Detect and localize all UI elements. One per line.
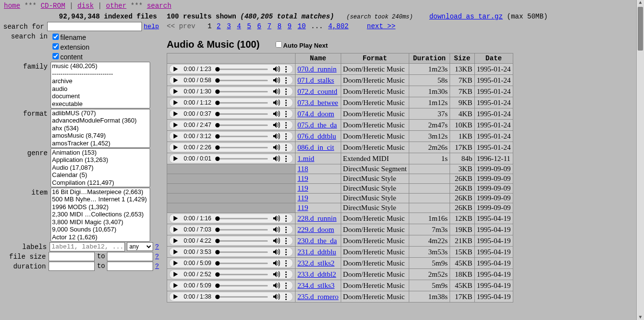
- file-link[interactable]: 234.d_stlks3: [297, 282, 334, 289]
- kebab-icon[interactable]: [283, 122, 289, 128]
- play-icon[interactable]: [174, 283, 178, 288]
- pager-page[interactable]: 5: [247, 22, 251, 30]
- volume-icon[interactable]: [273, 155, 280, 162]
- search-input[interactable]: [47, 22, 142, 31]
- file-link[interactable]: 231.d_ddtblu: [297, 248, 336, 256]
- kebab-icon[interactable]: [283, 144, 289, 151]
- file-link[interactable]: 076.d_ddtblu: [297, 132, 336, 140]
- play-icon[interactable]: [174, 227, 178, 232]
- volume-icon[interactable]: [273, 144, 280, 151]
- kebab-icon[interactable]: [283, 260, 289, 267]
- kebab-icon[interactable]: [283, 111, 289, 117]
- file-link[interactable]: 075.d_the_da: [297, 121, 337, 129]
- audio-player[interactable]: 0:00 / 1:16: [169, 213, 293, 223]
- chk-content[interactable]: [52, 53, 59, 59]
- file-link[interactable]: 118: [297, 165, 308, 173]
- file-link[interactable]: 119: [297, 184, 308, 192]
- file-link[interactable]: 232.d_stlks2: [297, 259, 334, 267]
- volume-icon[interactable]: [273, 271, 280, 278]
- audio-player[interactable]: 0:00 / 5:09: [169, 281, 293, 290]
- audio-player[interactable]: 0:00 / 1:23: [169, 64, 293, 74]
- audio-track[interactable]: [215, 263, 268, 264]
- audio-player[interactable]: 0:00 / 4:22: [169, 236, 293, 246]
- pager-page[interactable]: 2: [217, 22, 221, 30]
- pager-page[interactable]: 10: [297, 22, 306, 30]
- audio-player[interactable]: 0:00 / 1:12: [169, 98, 293, 107]
- kebab-icon[interactable]: [283, 238, 289, 244]
- file-link[interactable]: 1.mid: [297, 155, 314, 162]
- volume-icon[interactable]: [273, 293, 280, 300]
- audio-player[interactable]: 0:00 / 1:38: [169, 292, 293, 302]
- audio-track[interactable]: [215, 69, 268, 70]
- kebab-icon[interactable]: [283, 100, 289, 106]
- nav-disk[interactable]: disk: [77, 2, 94, 10]
- audio-player[interactable]: 0:00 / 5:09: [169, 258, 293, 268]
- audio-track[interactable]: [215, 296, 268, 298]
- family-select[interactable]: music (480,205)-------------------------…: [51, 62, 150, 108]
- pager-page[interactable]: 4: [237, 22, 241, 30]
- scrollbar-thumb[interactable]: [638, 7, 643, 51]
- chk-extension[interactable]: [52, 43, 59, 50]
- file-link[interactable]: 072.d_countd: [297, 88, 337, 95]
- pager-page[interactable]: 7: [267, 22, 271, 30]
- volume-icon[interactable]: [273, 77, 280, 84]
- audio-player[interactable]: 0:00 / 3:53: [169, 247, 293, 257]
- kebab-icon[interactable]: [283, 156, 289, 162]
- play-icon[interactable]: [174, 249, 178, 254]
- audio-track[interactable]: [215, 136, 268, 137]
- audio-track[interactable]: [215, 147, 268, 148]
- download-link[interactable]: download as tar.gz: [429, 13, 503, 20]
- file-link[interactable]: 119: [297, 194, 308, 202]
- duration-help[interactable]: ?: [153, 263, 161, 270]
- audio-player[interactable]: 0:00 / 2:52: [169, 269, 293, 279]
- play-icon[interactable]: [174, 272, 178, 277]
- audio-track[interactable]: [215, 124, 268, 126]
- play-icon[interactable]: [174, 145, 178, 150]
- volume-icon[interactable]: [273, 215, 280, 222]
- chk-filename[interactable]: [52, 34, 59, 40]
- kebab-icon[interactable]: [283, 77, 289, 84]
- file-link[interactable]: 071.d_stalks: [297, 76, 334, 84]
- audio-track[interactable]: [215, 113, 268, 115]
- volume-icon[interactable]: [273, 122, 280, 128]
- duration-min[interactable]: [49, 262, 95, 271]
- item-select[interactable]: 16 Bit Digi…Masterpiece (2,663)500 MB Ny…: [51, 188, 150, 242]
- audio-player[interactable]: 0:00 / 1:30: [169, 87, 293, 96]
- nav-home[interactable]: home: [4, 2, 20, 10]
- kebab-icon[interactable]: [283, 89, 289, 95]
- play-icon[interactable]: [174, 100, 178, 105]
- nav-other[interactable]: other: [106, 2, 126, 10]
- kebab-icon[interactable]: [283, 249, 289, 255]
- play-icon[interactable]: [174, 216, 178, 221]
- volume-icon[interactable]: [273, 66, 280, 72]
- audio-track[interactable]: [215, 218, 268, 219]
- kebab-icon[interactable]: [283, 215, 289, 222]
- audio-track[interactable]: [215, 158, 268, 160]
- audio-track[interactable]: [215, 91, 268, 92]
- play-icon[interactable]: [174, 89, 178, 94]
- filesize-min[interactable]: [49, 252, 95, 261]
- pager-page[interactable]: 8: [278, 22, 281, 30]
- audio-player[interactable]: 0:00 / 7:03: [169, 225, 293, 234]
- audio-track[interactable]: [215, 274, 268, 275]
- volume-icon[interactable]: [273, 249, 280, 255]
- volume-icon[interactable]: [273, 226, 280, 233]
- file-link[interactable]: 235.d_romero: [297, 293, 339, 301]
- play-icon[interactable]: [174, 78, 178, 83]
- volume-icon[interactable]: [273, 282, 280, 289]
- play-icon[interactable]: [174, 67, 178, 71]
- volume-icon[interactable]: [273, 110, 280, 117]
- labels-any-select[interactable]: any: [127, 242, 153, 251]
- play-icon[interactable]: [174, 261, 178, 266]
- file-link[interactable]: 074.d_doom: [297, 110, 334, 118]
- play-icon[interactable]: [174, 123, 178, 127]
- audio-player[interactable]: 0:00 / 2:47: [169, 120, 293, 130]
- audio-track[interactable]: [215, 251, 268, 253]
- kebab-icon[interactable]: [283, 227, 289, 233]
- kebab-icon[interactable]: [283, 283, 289, 289]
- file-link[interactable]: 229.d_doom: [297, 226, 334, 233]
- pager-page[interactable]: 9: [288, 22, 292, 30]
- audio-player[interactable]: 0:00 / 0:58: [169, 75, 293, 85]
- pager-page[interactable]: 6: [257, 22, 261, 30]
- play-icon[interactable]: [174, 294, 178, 299]
